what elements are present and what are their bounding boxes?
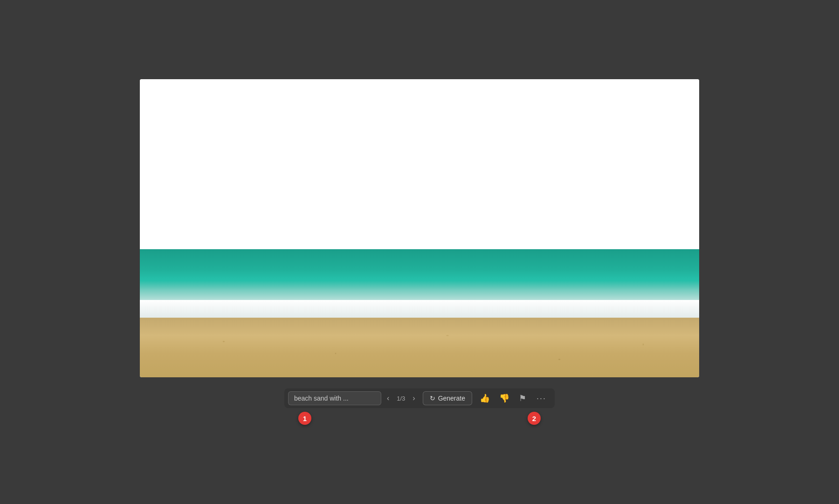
toolbar: beach sand with ... ‹ 1/3 › ↻ Generate 👍… bbox=[284, 388, 555, 408]
prompt-field[interactable]: beach sand with ... bbox=[288, 391, 381, 405]
flag-button[interactable]: ⚑ bbox=[515, 391, 530, 405]
generate-button[interactable]: ↻ Generate bbox=[423, 391, 472, 405]
toolbar-wrapper: beach sand with ... ‹ 1/3 › ↻ Generate 👍… bbox=[284, 388, 555, 425]
thumbs-up-button[interactable]: 👍 bbox=[476, 391, 494, 405]
main-container: beach sand with ... ‹ 1/3 › ↻ Generate 👍… bbox=[140, 79, 699, 425]
badge-2: 2 bbox=[528, 412, 541, 425]
flag-icon: ⚑ bbox=[519, 393, 526, 403]
thumbs-down-button[interactable]: 👎 bbox=[495, 391, 513, 405]
sand-texture bbox=[140, 318, 699, 377]
prompt-text: beach sand with ... bbox=[294, 395, 349, 402]
nav-group: ‹ 1/3 › bbox=[383, 392, 419, 404]
ocean-area bbox=[140, 249, 699, 300]
sand-area bbox=[140, 318, 699, 377]
prev-button[interactable]: ‹ bbox=[383, 392, 393, 404]
more-options-button[interactable]: ··· bbox=[532, 392, 551, 405]
generate-label: Generate bbox=[438, 395, 465, 402]
badges-container: 1 2 bbox=[284, 408, 555, 425]
badge-1: 1 bbox=[298, 412, 311, 425]
sky-area bbox=[140, 79, 699, 249]
beach-image bbox=[140, 79, 699, 377]
more-icon: ··· bbox=[536, 394, 546, 403]
page-indicator: 1/3 bbox=[394, 395, 408, 402]
thumbs-down-icon: 👎 bbox=[499, 393, 509, 403]
thumbs-up-icon: 👍 bbox=[480, 393, 490, 403]
ocean-waves bbox=[140, 280, 699, 301]
image-frame bbox=[140, 79, 699, 377]
next-button[interactable]: › bbox=[409, 392, 419, 404]
regenerate-icon: ↻ bbox=[430, 395, 435, 402]
